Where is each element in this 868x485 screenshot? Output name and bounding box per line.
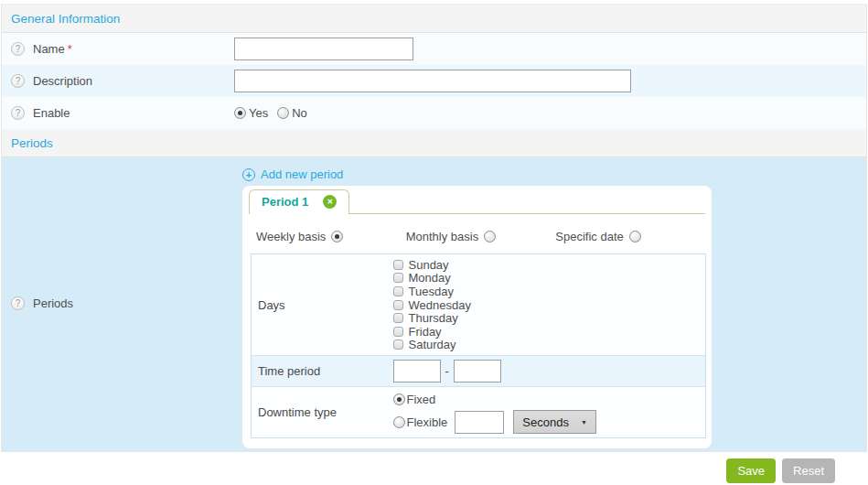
- specific-date-radio[interactable]: [629, 231, 641, 242]
- help-icon[interactable]: ?: [11, 74, 25, 88]
- days-row: Days Sunday Monday Tuesday Wednesday Thu…: [252, 254, 706, 356]
- periods-label-area: ? Periods: [2, 157, 242, 448]
- periods-label: Periods: [33, 296, 73, 310]
- day-label[interactable]: Friday: [409, 325, 442, 339]
- help-icon[interactable]: ?: [11, 296, 25, 310]
- form-actions: Save Reset: [0, 458, 868, 483]
- add-new-period-label[interactable]: Add new period: [261, 167, 343, 181]
- day-option[interactable]: Thursday: [393, 311, 706, 325]
- add-circle-icon: +: [242, 168, 255, 181]
- period-panel: Period 1 ✕ Weekly basis Monthly basis Sp…: [242, 186, 712, 448]
- day-label[interactable]: Thursday: [409, 311, 458, 325]
- name-label: Name*: [33, 42, 234, 56]
- day-option[interactable]: Monday: [393, 272, 706, 286]
- days-checkbox-list: Sunday Monday Tuesday Wednesday Thursday…: [387, 254, 706, 356]
- time-to-input[interactable]: [454, 360, 501, 383]
- friday-checkbox[interactable]: [393, 327, 403, 337]
- fixed-label[interactable]: Fixed: [407, 393, 436, 406]
- weekly-basis-radio[interactable]: [331, 231, 343, 242]
- sunday-checkbox[interactable]: [393, 260, 403, 270]
- duration-unit-select[interactable]: Seconds ▼: [513, 410, 596, 434]
- thursday-checkbox[interactable]: [393, 313, 403, 323]
- basis-options-row: Weekly basis Monthly basis Specific date: [256, 228, 705, 244]
- flexible-radio[interactable]: [393, 416, 405, 428]
- day-option[interactable]: Sunday: [393, 258, 706, 272]
- downtime-form: General Information ? Name* ? Descriptio…: [1, 4, 867, 452]
- days-label: Days: [252, 254, 387, 356]
- day-label[interactable]: Saturday: [409, 338, 456, 351]
- specific-date-option[interactable]: Specific date: [555, 230, 705, 243]
- flexible-line: Flexible Seconds ▼: [393, 410, 706, 434]
- time-period-inputs: -: [387, 356, 706, 387]
- enable-no-option[interactable]: No: [277, 106, 307, 120]
- section-header-general: General Information: [2, 5, 866, 33]
- fixed-radio[interactable]: [393, 393, 405, 405]
- day-option[interactable]: Saturday: [393, 339, 706, 352]
- help-icon[interactable]: ?: [11, 106, 25, 120]
- section-title: Periods: [11, 136, 53, 150]
- description-label: Description: [33, 74, 234, 88]
- day-label[interactable]: Sunday: [409, 258, 449, 272]
- saturday-checkbox[interactable]: [393, 340, 403, 350]
- enable-no-label[interactable]: No: [292, 106, 307, 120]
- period-settings-table: Days Sunday Monday Tuesday Wednesday Thu…: [251, 253, 706, 438]
- monthly-basis-radio[interactable]: [484, 231, 496, 242]
- save-button[interactable]: Save: [726, 458, 776, 483]
- monday-checkbox[interactable]: [393, 273, 403, 283]
- time-from-input[interactable]: [393, 360, 441, 383]
- reset-button[interactable]: Reset: [782, 458, 835, 483]
- section-title: General Information: [11, 12, 120, 26]
- add-new-period-link[interactable]: + Add new period: [242, 167, 343, 181]
- duration-input[interactable]: [455, 411, 504, 434]
- enable-yes-radio[interactable]: [234, 107, 246, 119]
- day-option[interactable]: Wednesday: [393, 298, 706, 312]
- time-period-label: Time period: [252, 356, 387, 387]
- tuesday-checkbox[interactable]: [393, 286, 403, 296]
- name-row: ? Name*: [2, 33, 866, 65]
- close-icon[interactable]: ✕: [323, 195, 337, 209]
- enable-yes-label[interactable]: Yes: [249, 106, 268, 120]
- periods-section: ? Periods + Add new period Period 1 ✕ We…: [2, 157, 866, 451]
- duration-unit-value: Seconds: [522, 415, 569, 429]
- day-label[interactable]: Tuesday: [409, 285, 454, 298]
- required-asterisk: *: [68, 42, 72, 56]
- weekly-basis-option[interactable]: Weekly basis: [256, 230, 406, 243]
- day-label[interactable]: Monday: [409, 271, 451, 285]
- wednesday-checkbox[interactable]: [393, 300, 403, 310]
- flexible-label[interactable]: Flexible: [407, 415, 448, 429]
- section-header-periods: Periods: [2, 129, 866, 157]
- fixed-option[interactable]: Fixed: [393, 391, 706, 408]
- downtime-type-label: Downtime type: [252, 387, 387, 438]
- time-period-row: Time period -: [252, 356, 706, 387]
- enable-no-radio[interactable]: [277, 107, 289, 119]
- weekly-basis-label[interactable]: Weekly basis: [256, 230, 326, 243]
- day-label[interactable]: Wednesday: [409, 298, 471, 312]
- enable-row: ? Enable Yes No: [2, 97, 866, 129]
- monthly-basis-option[interactable]: Monthly basis: [406, 230, 556, 243]
- enable-yes-option[interactable]: Yes: [234, 106, 268, 120]
- description-input[interactable]: [234, 70, 631, 92]
- help-icon[interactable]: ?: [11, 42, 25, 56]
- day-option[interactable]: Tuesday: [393, 285, 706, 298]
- period-tab-strip: Period 1 ✕: [249, 189, 705, 214]
- tab-period-1[interactable]: Period 1 ✕: [249, 189, 349, 214]
- downtime-type-row: Downtime type Fixed Flexible: [252, 387, 706, 438]
- tab-period-1-label[interactable]: Period 1: [262, 195, 308, 209]
- enable-label: Enable: [33, 106, 234, 120]
- name-input[interactable]: [234, 38, 413, 60]
- day-option[interactable]: Friday: [393, 325, 706, 339]
- time-range-separator: -: [445, 364, 449, 378]
- caret-down-icon: ▼: [581, 419, 587, 426]
- downtime-type-controls: Fixed Flexible Seconds ▼: [387, 387, 706, 438]
- specific-date-label[interactable]: Specific date: [555, 230, 623, 243]
- description-row: ? Description: [2, 65, 866, 97]
- monthly-basis-label[interactable]: Monthly basis: [406, 230, 478, 243]
- periods-editor: + Add new period Period 1 ✕ Weekly basis: [242, 157, 866, 448]
